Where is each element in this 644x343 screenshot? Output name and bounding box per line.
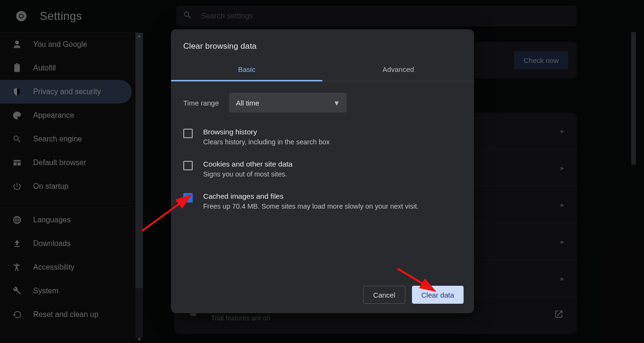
- clear-browsing-data-dialog: Clear browsing data Basic Advanced Time …: [171, 29, 474, 313]
- checkbox[interactable]: [183, 129, 193, 138]
- option-desc: Signs you out of most sites.: [203, 170, 293, 178]
- option-title: Cached images and files: [203, 192, 419, 201]
- tab-advanced[interactable]: Advanced: [322, 59, 474, 81]
- time-range-value: All time: [236, 99, 259, 107]
- dropdown-arrow-icon: ▼: [333, 99, 340, 107]
- checkbox[interactable]: [183, 161, 193, 170]
- time-range-label: Time range: [183, 99, 219, 107]
- clear-option-0[interactable]: Browsing historyClears history, includin…: [183, 121, 462, 153]
- option-title: Cookies and other site data: [203, 160, 293, 168]
- dialog-title: Clear browsing data: [171, 29, 474, 56]
- cancel-button[interactable]: Cancel: [363, 286, 405, 304]
- option-title: Browsing history: [203, 128, 330, 136]
- option-desc: Clears history, including in the search …: [203, 138, 330, 146]
- dialog-tabs: Basic Advanced: [171, 59, 474, 81]
- tab-basic[interactable]: Basic: [171, 59, 322, 81]
- clear-option-2[interactable]: ✓Cached images and filesFrees up 70.4 MB…: [183, 185, 462, 218]
- time-range-select[interactable]: All time ▼: [229, 93, 347, 113]
- clear-option-1[interactable]: Cookies and other site dataSigns you out…: [183, 153, 462, 185]
- option-desc: Frees up 70.4 MB. Some sites may load mo…: [203, 202, 419, 210]
- checkbox[interactable]: ✓: [183, 193, 193, 202]
- clear-data-button[interactable]: Clear data: [412, 286, 464, 304]
